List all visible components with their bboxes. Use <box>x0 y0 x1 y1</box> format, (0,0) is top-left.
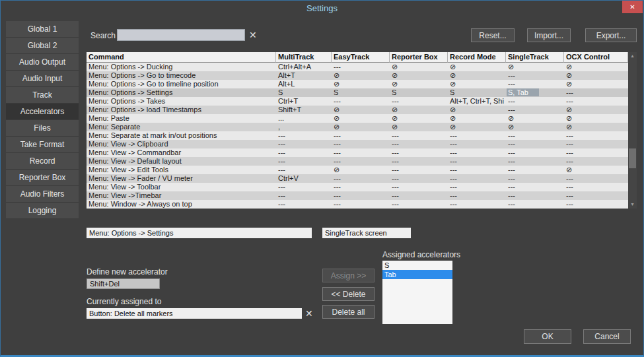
table-cell[interactable]: --- <box>276 148 332 157</box>
table-row[interactable]: Menu: Options -> Go to timecodeAlt+T⊘⊘⊘-… <box>87 71 628 80</box>
table-cell[interactable]: --- <box>564 183 628 191</box>
table-cell[interactable]: --- <box>564 140 628 148</box>
table-row[interactable]: Menu: View -> Toolbar------------------ <box>87 183 628 191</box>
table-cell[interactable]: ⊘ <box>564 166 628 174</box>
table-cell[interactable]: Alt+T, Ctrl+T, Shi <box>448 97 506 106</box>
delete-button[interactable]: << Delete <box>322 287 375 301</box>
sidebar-item-reporter-box[interactable]: Reporter Box <box>6 170 79 186</box>
table-cell[interactable]: --- <box>448 191 506 200</box>
table-cell[interactable]: --- <box>276 131 332 140</box>
table-cell[interactable]: --- <box>448 166 506 174</box>
table-cell[interactable]: ⊘ <box>332 114 390 123</box>
table-cell[interactable]: ⊘ <box>448 80 506 88</box>
table-cell[interactable]: --- <box>506 80 564 88</box>
table-cell[interactable]: --- <box>390 166 448 174</box>
table-cell[interactable]: ⊘ <box>332 123 390 131</box>
table-cell[interactable]: --- <box>506 97 564 106</box>
table-cell[interactable]: --- <box>506 140 564 148</box>
scrollbar-down-arrow-icon[interactable]: ▼ <box>628 201 637 209</box>
table-cell[interactable]: Menu: View ->Timebar <box>87 191 276 200</box>
table-cell[interactable]: ⊘ <box>448 71 506 80</box>
table-cell[interactable]: ⊘ <box>332 106 390 114</box>
table-cell[interactable]: --- <box>564 97 628 106</box>
table-cell[interactable]: --- <box>506 174 564 183</box>
sidebar-item-global-1[interactable]: Global 1 <box>6 21 79 38</box>
table-cell[interactable]: ⊘ <box>332 80 390 88</box>
table-cell[interactable]: S, Tab <box>506 88 564 97</box>
sidebar-item-track[interactable]: Track <box>6 87 79 104</box>
table-cell[interactable]: --- <box>390 174 448 183</box>
table-cell[interactable]: ⊘ <box>448 63 506 71</box>
accelerator-item[interactable]: Tab <box>382 270 452 279</box>
accelerator-item[interactable]: S <box>382 261 452 270</box>
table-cell[interactable]: Menu: View -> Commandbar <box>87 148 276 157</box>
table-cell[interactable]: ⊘ <box>448 114 506 123</box>
table-cell[interactable]: Ctrl+Alt+A <box>276 63 332 71</box>
reset-button[interactable]: Reset... <box>471 28 515 42</box>
table-cell[interactable]: --- <box>448 174 506 183</box>
table-cell[interactable]: ⊘ <box>390 106 448 114</box>
table-cell[interactable]: Alt+L <box>276 80 332 88</box>
table-cell[interactable]: S <box>448 88 506 97</box>
table-cell[interactable]: --- <box>332 148 390 157</box>
table-cell[interactable]: ⊘ <box>564 80 628 88</box>
table-cell[interactable]: --- <box>276 191 332 200</box>
table-cell[interactable]: --- <box>276 166 332 174</box>
table-cell[interactable]: ⊘ <box>390 63 448 71</box>
table-cell[interactable]: ⊘ <box>564 106 628 114</box>
table-row[interactable]: Menu: Options -> Go to timeline position… <box>87 80 628 88</box>
table-cell[interactable]: ⊘ <box>332 166 390 174</box>
sidebar-item-audio-output[interactable]: Audio Output <box>6 54 79 71</box>
table-cell[interactable]: --- <box>506 166 564 174</box>
table-cell[interactable]: Menu: Options -> Takes <box>87 97 276 106</box>
table-cell[interactable]: Ctrl+T <box>276 97 332 106</box>
table-cell[interactable]: --- <box>506 191 564 200</box>
sidebar-item-audio-filters[interactable]: Audio Filters <box>6 186 79 203</box>
table-cell[interactable]: Shift+T <box>276 106 332 114</box>
table-cell[interactable]: --- <box>448 131 506 140</box>
table-cell[interactable]: --- <box>448 200 506 209</box>
table-cell[interactable]: , <box>276 123 332 131</box>
table-cell[interactable]: --- <box>564 191 628 200</box>
table-cell[interactable]: Ctrl+V <box>276 174 332 183</box>
table-cell[interactable]: S <box>276 88 332 97</box>
table-cell[interactable]: --- <box>276 200 332 209</box>
table-cell[interactable]: S <box>390 88 448 97</box>
column-header[interactable]: Record Mode <box>448 52 506 63</box>
table-cell[interactable]: --- <box>332 191 390 200</box>
clear-assignment-icon[interactable]: ✕ <box>305 308 313 319</box>
table-cell[interactable]: Menu: Options -> Go to timeline position <box>87 80 276 88</box>
new-accelerator-input[interactable] <box>87 278 160 289</box>
table-cell[interactable]: ⊘ <box>448 123 506 131</box>
table-cell[interactable]: --- <box>332 97 390 106</box>
table-cell[interactable]: --- <box>448 183 506 191</box>
table-cell[interactable]: --- <box>332 131 390 140</box>
search-input[interactable] <box>117 29 245 41</box>
table-cell[interactable]: --- <box>564 200 628 209</box>
table-row[interactable]: Menu: View -> Default layout------------… <box>87 157 628 166</box>
table-cell[interactable]: --- <box>506 183 564 191</box>
table-cell[interactable]: Menu: Options -> Settings <box>87 88 276 97</box>
table-cell[interactable]: ⊘ <box>390 114 448 123</box>
table-cell[interactable]: Alt+T <box>276 71 332 80</box>
table-cell[interactable]: Menu: Options -> load Timestamps <box>87 106 276 114</box>
sidebar-item-take-format[interactable]: Take Format <box>6 137 79 153</box>
table-cell[interactable]: ⊘ <box>506 114 564 123</box>
table-cell[interactable]: --- <box>390 97 448 106</box>
table-row[interactable]: Menu: View -> Commandbar----------------… <box>87 148 628 157</box>
table-scrollbar[interactable]: ▲ ▼ <box>628 52 637 209</box>
table-cell[interactable]: S <box>332 88 390 97</box>
table-cell[interactable]: Menu: Separate <box>87 123 276 131</box>
table-row[interactable]: Menu: Options -> TakesCtrl+T------Alt+T,… <box>87 97 628 106</box>
sidebar-item-files[interactable]: Files <box>6 120 79 137</box>
sidebar-item-global-2[interactable]: Global 2 <box>6 38 79 54</box>
table-cell[interactable]: Menu: Window -> Always on top <box>87 200 276 209</box>
table-cell[interactable]: --- <box>390 148 448 157</box>
table-cell[interactable]: ⊘ <box>564 71 628 80</box>
table-cell[interactable]: --- <box>506 106 564 114</box>
table-row[interactable]: Menu: View ->Timebar------------------ <box>87 191 628 200</box>
table-row[interactable]: Menu: Options -> load TimestampsShift+T⊘… <box>87 106 628 114</box>
table-cell[interactable]: Menu: View -> Toolbar <box>87 183 276 191</box>
table-cell[interactable]: --- <box>390 183 448 191</box>
cancel-button[interactable]: Cancel <box>583 329 631 344</box>
